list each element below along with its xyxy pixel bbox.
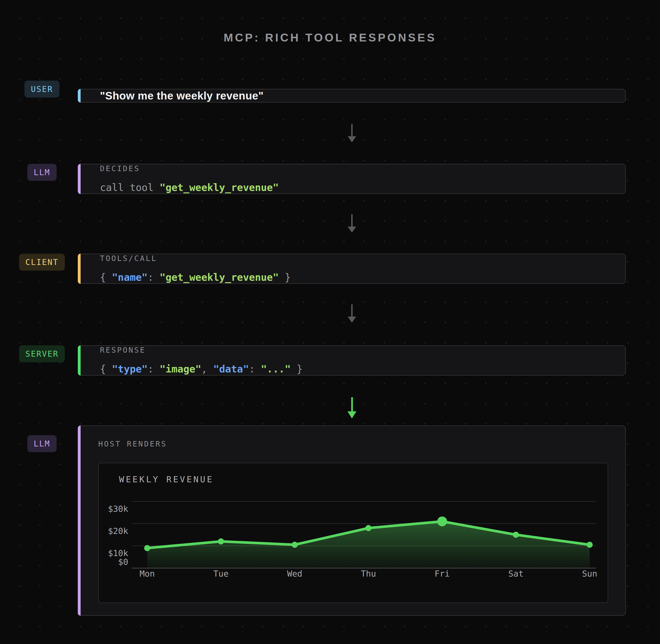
svg-text:Fri: Fri [435, 569, 450, 578]
flow-row-user: USER "Show me the weekly revenue" [0, 72, 660, 119]
svg-text:$20k: $20k [108, 526, 128, 536]
badge-gutter: LLM [0, 426, 78, 452]
server-badge: SERVER [19, 345, 65, 362]
badge-gutter: LLM [0, 170, 78, 187]
code-line: { "name": "get_weekly_revenue" } [100, 272, 604, 283]
llm-decides-card: DECIDES call tool "get_weekly_revenue" [78, 164, 626, 194]
accent-bar [78, 345, 81, 375]
flow-connector-highlight [0, 391, 660, 426]
card-label: TOOLS/CALL [100, 254, 604, 262]
server-response-card: RESPONSE { "type": "image", "data": "...… [78, 345, 626, 375]
flow-row-llm-decides: LLM DECIDES call tool "get_weekly_revenu… [0, 148, 660, 210]
down-arrow-icon [347, 304, 357, 324]
flow-row-host-renders: LLM HOST RENDERS $30k$20k$10k$0MonTueWed… [0, 426, 660, 615]
client-tools-call-card: TOOLS/CALL { "name": "get_weekly_revenue… [78, 254, 626, 284]
down-arrow-green-icon [347, 397, 357, 420]
down-arrow-icon [347, 214, 357, 234]
badge-gutter: CLIENT [0, 260, 78, 277]
svg-text:Wed: Wed [287, 569, 302, 578]
user-message-card: "Show me the weekly revenue" [78, 89, 626, 102]
code-line: call tool "get_weekly_revenue" [100, 182, 604, 193]
svg-text:Sat: Sat [508, 569, 524, 578]
flow-row-client: CLIENT TOOLS/CALL { "name": "get_weekly_… [0, 238, 660, 299]
accent-bar [78, 254, 81, 284]
svg-text:Thu: Thu [361, 569, 376, 578]
chart-title: WEEKLY REVENUE [119, 475, 213, 484]
flow-connector [0, 299, 660, 329]
card-label: RESPONSE [100, 346, 604, 354]
svg-text:Sun: Sun [582, 569, 597, 578]
flow-connector [0, 210, 660, 238]
page-background: { "header": { "title": "MCP: RICH TOOL R… [0, 0, 660, 644]
code-line: { "type": "image", "data": "..." } [100, 363, 604, 375]
svg-text:Tue: Tue [213, 569, 229, 578]
host-renders-card: HOST RENDERS $30k$20k$10k$0MonTueWedThuF… [78, 426, 626, 616]
accent-bar [78, 164, 81, 194]
flow-connector [0, 119, 660, 148]
flow-row-server: SERVER RESPONSE { "type": "image", "data… [0, 329, 660, 391]
flow-diagram: USER "Show me the weekly revenue" LLM DE… [0, 72, 660, 615]
client-badge: CLIENT [19, 254, 65, 271]
user-message-text: "Show me the weekly revenue" [100, 89, 604, 102]
badge-gutter: SERVER [0, 352, 78, 369]
svg-text:$30k: $30k [108, 504, 128, 514]
svg-text:Mon: Mon [139, 569, 155, 578]
card-label: DECIDES [100, 164, 604, 173]
down-arrow-icon [347, 124, 357, 144]
user-badge: USER [24, 80, 60, 98]
svg-text:$0: $0 [118, 557, 128, 567]
badge-gutter: USER [0, 87, 78, 104]
accent-bar [78, 89, 81, 102]
llm-badge: LLM [27, 164, 56, 181]
llm-badge: LLM [27, 435, 56, 452]
chart-panel: $30k$20k$10k$0MonTueWedThuFriSatSun WEEK… [98, 463, 608, 603]
card-label: HOST RENDERS [98, 440, 608, 448]
page-title: MCP: RICH TOOL RESPONSES [0, 0, 660, 43]
accent-bar [78, 426, 81, 616]
svg-text:$10k: $10k [108, 548, 128, 558]
